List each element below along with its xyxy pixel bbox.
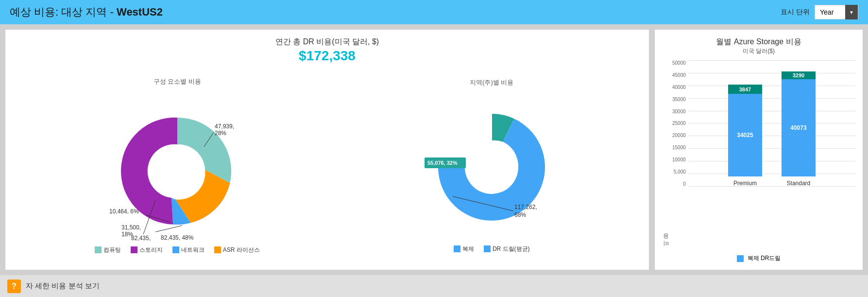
total-cost: $172,338	[299, 48, 356, 64]
bar-chart-wrapper: 비 용 50000 45000 40000 35000 30000 25000 …	[662, 60, 855, 250]
bar-legend-label: 복제 DR드릴	[748, 254, 781, 262]
footer-bar: ? 자 세한 비용 분석 보기	[0, 275, 868, 297]
legend-storage: 스토리지	[131, 246, 163, 254]
header-controls: 표시 단위 Year ▼	[781, 5, 858, 19]
legend-replication: 복제	[454, 245, 474, 253]
svg-text:10,464, 6%: 10,464, 6%	[109, 208, 139, 215]
bar-chart-title: 월별 Azure Storage 비용	[716, 37, 801, 47]
premium-label: Premium	[733, 180, 757, 187]
svg-text:28%: 28%	[215, 130, 226, 137]
left-panel: 연간 총 DR 비용(미국 달러, $) $172,338 구성 요소별 비용	[5, 29, 649, 270]
standard-stacked-bar: 3290 40073	[782, 71, 816, 176]
premium-top-segment: 3847	[728, 85, 762, 94]
year-value: Year	[815, 8, 845, 16]
donut-component-section: 구성 요소별 비용	[95, 77, 260, 254]
bar-standard: 3290 40073 Standard	[782, 71, 816, 187]
legend-dr-drill: DR 드릴(평균)	[484, 245, 530, 253]
right-panel: 월별 Azure Storage 비용 미국 달러($) 비 용 50000 4…	[654, 29, 863, 270]
main-chart-title: 연간 총 DR 비용(미국 달러, $)	[275, 37, 379, 47]
replication-color	[454, 245, 460, 252]
charts-row: 구성 요소별 비용	[13, 69, 642, 262]
bar-legend: 복제 DR드릴	[737, 254, 781, 262]
title-text: 예상 비용: 대상 지역 -	[10, 6, 114, 18]
donut1-storage-label: 82,435, 48%	[161, 234, 193, 241]
standard-bottom-segment: 40073	[782, 79, 816, 176]
computing-color	[95, 246, 102, 253]
svg-text:47,939,: 47,939,	[215, 123, 234, 130]
bars-container: 3847 34025 Premium 3290	[688, 60, 855, 196]
donut2-label: 지역(주)별 비용	[470, 78, 513, 87]
display-unit-label: 표시 단위	[781, 8, 810, 17]
legend-network: 네트워크	[172, 246, 204, 254]
dropdown-arrow-icon[interactable]: ▼	[845, 5, 858, 19]
dr-drill-color	[484, 245, 491, 252]
storage-color	[131, 246, 137, 253]
main-content: 연간 총 DR 비용(미국 달러, $) $172,338 구성 요소별 비용	[0, 24, 868, 275]
bar-premium: 3847 34025 Premium	[728, 85, 762, 187]
standard-label: Standard	[787, 180, 811, 187]
donut-region-section: 지역(주)별 비용	[424, 78, 560, 253]
donut2-chart: 55,076, 32% 117,262, 68%	[424, 89, 560, 240]
donut1-chart: 47,939, 28% 31,500, 18% 10,464, 6% 82,43…	[107, 88, 248, 239]
svg-text:55,076, 32%: 55,076, 32%	[427, 160, 458, 166]
asr-color	[214, 246, 221, 253]
page-title: 예상 비용: 대상 지역 - WestUS2	[10, 5, 163, 19]
svg-text:31,500,: 31,500,	[121, 224, 141, 231]
svg-line-4	[155, 226, 182, 232]
footer-text: 자 세한 비용 분석 보기	[26, 281, 100, 291]
network-color	[172, 246, 179, 253]
legend-computing: 컴퓨팅	[95, 246, 121, 254]
bar-groups: 3847 34025 Premium 3290	[688, 60, 855, 187]
y-axis: 50000 45000 40000 35000 30000 25000 2000…	[672, 60, 688, 196]
premium-stacked-bar: 3847 34025	[728, 85, 762, 176]
footer-icon[interactable]: ?	[7, 280, 21, 293]
legend-asr: ASR 라이선스	[214, 246, 260, 254]
svg-text:82,435,: 82,435,	[131, 235, 151, 242]
y-axis-label: 비 용	[662, 60, 670, 250]
svg-text:117,262,: 117,262,	[514, 204, 537, 210]
svg-point-11	[465, 140, 518, 194]
bar-legend-color	[737, 255, 744, 262]
svg-text:68%: 68%	[514, 211, 526, 218]
donut1-label: 구성 요소별 비용	[153, 77, 201, 86]
donut1-legend: 컴퓨팅 스토리지 네트워크 ASR 라이선스	[95, 246, 260, 254]
region-text: WestUS2	[117, 6, 163, 18]
year-select[interactable]: Year ▼	[815, 5, 858, 19]
premium-bottom-segment: 34025	[728, 94, 762, 176]
svg-point-0	[151, 144, 204, 198]
bar-chart-subtitle: 미국 달러($)	[743, 47, 775, 55]
header: 예상 비용: 대상 지역 - WestUS2 표시 단위 Year ▼	[0, 0, 868, 24]
donut2-legend: 복제 DR 드릴(평균)	[454, 245, 530, 253]
standard-top-segment: 3290	[782, 71, 816, 79]
